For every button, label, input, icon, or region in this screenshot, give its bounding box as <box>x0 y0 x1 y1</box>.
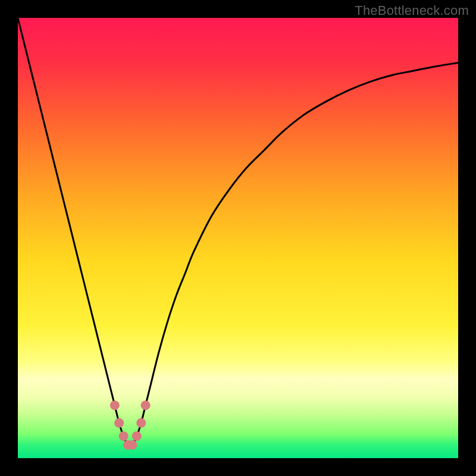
plot-area <box>18 18 458 458</box>
marker-point <box>136 418 146 428</box>
marker-point <box>114 418 124 428</box>
chart-frame: TheBottleneck.com <box>0 0 476 476</box>
bottleneck-curve <box>18 18 458 446</box>
marker-point <box>127 440 137 450</box>
watermark-text: TheBottleneck.com <box>355 3 469 18</box>
marker-group <box>110 400 151 450</box>
marker-point <box>110 400 120 410</box>
marker-point <box>132 431 142 441</box>
marker-point <box>141 400 151 410</box>
marker-point <box>119 431 129 441</box>
curve-layer <box>18 18 458 458</box>
